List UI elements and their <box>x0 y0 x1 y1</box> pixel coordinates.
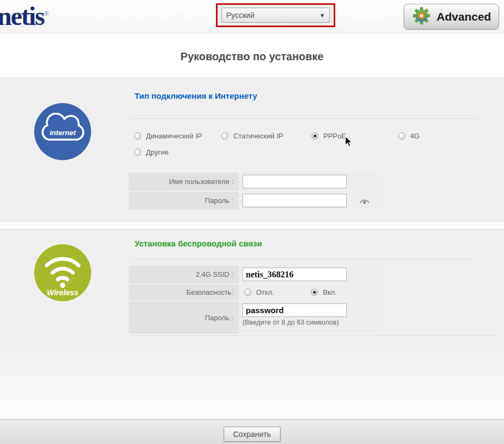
username-input[interactable] <box>243 175 347 188</box>
gear-icon <box>412 6 431 28</box>
internet-section-heading: Тип подключения к Интернету <box>135 91 257 100</box>
radio-button-icon <box>134 149 141 156</box>
radio-button-icon <box>244 289 251 296</box>
security-label: Безопасность: <box>129 284 239 300</box>
wireless-icon-label: Wireless <box>47 289 78 297</box>
ssid-row: 2.4G SSID : <box>129 265 381 283</box>
page-title: Руководство по установке <box>0 50 504 63</box>
ssid-input[interactable] <box>243 268 347 281</box>
advanced-button[interactable]: Advanced <box>404 4 499 29</box>
radio-4g[interactable]: 4G <box>398 132 419 140</box>
radio-button-icon-selected <box>311 289 318 296</box>
ssid-label: 2.4G SSID : <box>129 265 239 283</box>
username-row: Имя пользователя : <box>129 173 381 191</box>
radio-label: PPPoE <box>323 132 346 140</box>
radio-security-off[interactable]: Откл. <box>244 288 274 296</box>
radio-label: Откл. <box>256 288 274 296</box>
username-label: Имя пользователя : <box>129 173 239 191</box>
radio-button-icon <box>134 132 141 139</box>
radio-other[interactable]: Другие <box>134 148 169 156</box>
radio-label: 4G <box>410 132 419 140</box>
radio-static-ip[interactable]: Статический IP <box>221 132 283 140</box>
wireless-wifi-icon: Wireless <box>34 244 91 301</box>
advanced-button-label: Advanced <box>437 10 491 23</box>
radio-label: Динамический IP <box>146 132 202 140</box>
radio-button-icon <box>398 132 405 139</box>
internet-icon-label: internet <box>49 129 76 137</box>
pppoe-password-label: Пароль : <box>129 192 239 210</box>
wireless-section-heading: Установка беспроводной связи <box>135 239 262 248</box>
radio-button-icon <box>221 132 228 139</box>
internet-cloud-icon: internet <box>34 103 91 160</box>
netis-logo: netis® <box>0 1 49 31</box>
radio-label: Статический IP <box>233 132 283 140</box>
security-row: Безопасность: Откл. Вкл. <box>129 284 381 300</box>
radio-button-icon-selected <box>311 132 318 139</box>
language-select[interactable]: Русский ▼ <box>221 8 330 23</box>
wifi-password-label: Пароль : <box>129 301 239 334</box>
chevron-down-icon: ▼ <box>320 12 325 18</box>
registered-mark: ® <box>44 10 49 17</box>
header: netis® Русский ▼ <box>0 0 504 34</box>
password-hint: (Введите от 8 до 63 символов) <box>243 319 339 326</box>
radio-label: Вкл. <box>323 288 337 296</box>
wifi-password-input[interactable] <box>243 303 347 317</box>
pppoe-password-input[interactable] <box>243 194 347 207</box>
wifi-password-row: Пароль : (Введите от 8 до 63 символов) <box>129 301 381 334</box>
annotation-highlight-box: Русский ▼ <box>216 3 335 27</box>
radio-dynamic-ip[interactable]: Динамический IP <box>134 132 202 140</box>
section-divider <box>130 259 477 259</box>
footer-bar: Сохранить <box>0 419 504 444</box>
show-password-eye-icon[interactable] <box>358 194 371 207</box>
radio-label: Другие <box>146 148 169 156</box>
section-divider <box>130 118 477 119</box>
save-button[interactable]: Сохранить <box>224 427 281 442</box>
radio-security-on[interactable]: Вкл. <box>311 288 337 296</box>
language-select-value: Русский <box>226 11 320 20</box>
form-bottom-divider <box>129 335 499 336</box>
radio-pppoe[interactable]: PPPoE <box>311 132 346 140</box>
pppoe-password-row: Пароль : <box>129 192 381 210</box>
